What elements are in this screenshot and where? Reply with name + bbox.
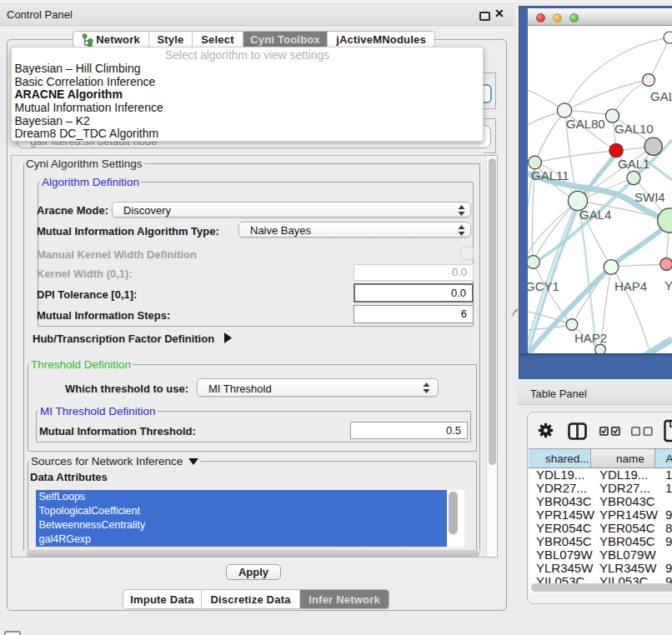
svg-text:SWI4: SWI4	[634, 190, 665, 204]
svg-text:GAL10: GAL10	[614, 122, 654, 136]
svg-text:YJ: YJ	[664, 278, 672, 292]
svg-text:HAP4: HAP4	[614, 279, 647, 293]
svg-text:GAL80: GAL80	[566, 117, 605, 131]
svg-text:GAL1: GAL1	[618, 157, 649, 171]
svg-text:GCY1: GCY1	[528, 279, 559, 293]
svg-text:GAL4: GAL4	[579, 208, 611, 222]
svg-text:GAL2: GAL2	[650, 89, 672, 103]
svg-text:GAL11: GAL11	[531, 168, 569, 182]
svg-text:HAP2: HAP2	[574, 331, 607, 345]
